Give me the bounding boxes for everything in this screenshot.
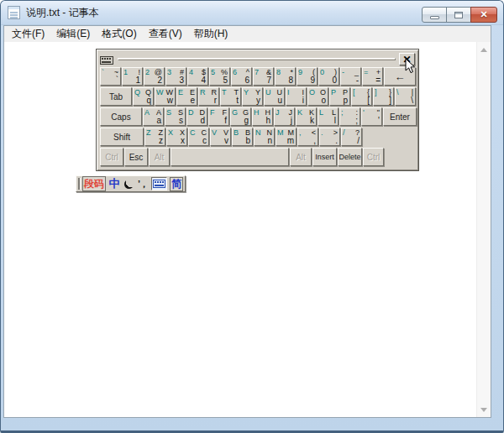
moon-icon: [124, 180, 134, 189]
maximize-icon: [454, 12, 463, 18]
window-title: 说明.txt - 记事本: [26, 1, 99, 24]
up-arrow-icon: [480, 48, 487, 52]
key-g[interactable]: GGg: [230, 107, 251, 126]
key-1[interactable]: 1!1: [122, 67, 143, 86]
minimize-button[interactable]: [422, 7, 447, 23]
key-3[interactable]: 3#3: [165, 67, 186, 86]
ime-width-toggle[interactable]: [123, 177, 134, 190]
key-n[interactable]: NNn: [254, 128, 275, 146]
key-o[interactable]: OOo: [307, 87, 328, 106]
ime-toolbar: 段码 中 ’， 简: [76, 175, 186, 192]
notepad-icon: [8, 6, 20, 19]
key-t[interactable]: TTt: [220, 87, 241, 106]
key-y[interactable]: YYy: [242, 87, 263, 106]
soft-keyboard-titlebar: ✕: [100, 52, 415, 66]
key-ctrl-right[interactable]: Ctrl: [363, 148, 384, 166]
key-r[interactable]: RRr: [198, 87, 219, 106]
keyboard-icon: [100, 55, 114, 65]
key-5[interactable]: 5%5: [209, 67, 230, 86]
key-f[interactable]: FFf: [208, 107, 229, 126]
key-m[interactable]: MMm: [276, 128, 297, 146]
key-lbracket[interactable]: [{[: [351, 87, 372, 106]
ime-punctuation-toggle[interactable]: ’，: [137, 177, 149, 190]
key-j[interactable]: JJj: [274, 107, 295, 126]
key-i[interactable]: IIi: [286, 87, 307, 106]
key-backslash[interactable]: \|\: [395, 87, 416, 106]
key-l[interactable]: LLl: [318, 107, 339, 126]
key-backspace[interactable]: ←: [384, 67, 416, 86]
menu-item-edit[interactable]: 编辑(E): [50, 25, 96, 43]
key-insert[interactable]: Insert: [312, 148, 337, 166]
key-c[interactable]: CCc: [188, 128, 209, 146]
ime-name-badge[interactable]: 段码: [82, 176, 106, 191]
key-minus[interactable]: -_-: [340, 67, 361, 86]
close-button[interactable]: ✕: [470, 7, 497, 23]
ime-simplified-toggle[interactable]: 简: [170, 177, 183, 191]
key-2[interactable]: 2@2: [144, 67, 165, 86]
key-enter[interactable]: Enter: [383, 107, 417, 126]
soft-keyboard-keys: `~`1!12@23#34$45%56^67&78*89(90)0-_-=+=←…: [100, 67, 415, 166]
down-arrow-icon: [480, 408, 487, 412]
key-ctrl-left[interactable]: Ctrl: [100, 148, 123, 166]
notepad-window: 说明.txt - 记事本 ✕ 文件(F)编辑(E)格式(O)查看(V)帮助(H): [0, 0, 504, 433]
key-e[interactable]: EEe: [176, 87, 197, 106]
ime-language-toggle[interactable]: 中: [108, 177, 120, 190]
key-caps[interactable]: Caps: [100, 107, 142, 126]
vertical-scrollbar[interactable]: [476, 42, 491, 417]
key-x[interactable]: XXx: [166, 128, 187, 146]
key-space[interactable]: [171, 148, 289, 166]
key-9[interactable]: 9(9: [297, 67, 318, 86]
key-rbracket[interactable]: ]}]: [373, 87, 394, 106]
soft-keyboard-panel: ✕ `~`1!12@23#34$45%56^67&78*89(90)0-_-=+…: [96, 49, 419, 171]
minimize-icon: [430, 16, 439, 19]
key-slash[interactable]: /?/: [341, 128, 362, 146]
key-quote[interactable]: '"': [361, 107, 382, 126]
key-a[interactable]: AAa: [143, 107, 164, 126]
scroll-down-button[interactable]: [477, 403, 491, 416]
key-v[interactable]: VVv: [210, 128, 231, 146]
scroll-up-button[interactable]: [477, 43, 491, 56]
key-w[interactable]: WWw: [155, 87, 176, 106]
key-h[interactable]: HHh: [252, 107, 273, 126]
menu-item-format[interactable]: 格式(O): [96, 25, 142, 43]
key-8[interactable]: 8*8: [275, 67, 296, 86]
ime-softkeyboard-toggle[interactable]: [151, 177, 167, 190]
soft-keyboard-icon: [153, 180, 165, 188]
menu-item-help[interactable]: 帮助(H): [188, 25, 234, 43]
window-controls: ✕: [423, 7, 497, 23]
key-k[interactable]: KKk: [296, 107, 317, 126]
key-shift[interactable]: Shift: [100, 128, 144, 146]
key-tab[interactable]: Tab: [100, 87, 132, 106]
key-q[interactable]: QQq: [133, 87, 154, 106]
key-0[interactable]: 0)0: [318, 67, 339, 86]
key-4[interactable]: 4$4: [187, 67, 208, 86]
close-icon: ✕: [480, 9, 487, 20]
key-delete[interactable]: Delete: [338, 148, 362, 166]
ime-drag-handle[interactable]: [78, 178, 81, 190]
key-b[interactable]: BBb: [232, 128, 253, 146]
key-7[interactable]: 7&7: [253, 67, 274, 86]
key-z[interactable]: ZZz: [144, 128, 165, 146]
key-d[interactable]: DDd: [186, 107, 207, 126]
key-s[interactable]: SSs: [165, 107, 186, 126]
maximize-button[interactable]: [446, 7, 471, 23]
key-alt-left[interactable]: Alt: [149, 148, 170, 166]
menubar: 文件(F)编辑(E)格式(O)查看(V)帮助(H): [4, 26, 491, 42]
key-period[interactable]: .>.: [319, 128, 340, 146]
keyboard-close-button[interactable]: ✕: [399, 53, 415, 65]
keyboard-drag-handle[interactable]: [118, 58, 396, 60]
menu-item-file[interactable]: 文件(F): [6, 25, 50, 43]
key-semicolon[interactable]: ;:;: [339, 107, 360, 126]
menu-item-view[interactable]: 查看(V): [143, 25, 188, 43]
key-equals[interactable]: =+=: [362, 67, 383, 86]
titlebar[interactable]: 说明.txt - 记事本 ✕: [1, 1, 503, 25]
key-u[interactable]: UUu: [264, 87, 285, 106]
key-comma[interactable]: ,<,: [297, 128, 318, 146]
key-6[interactable]: 6^6: [231, 67, 252, 86]
key-backtick[interactable]: `~`: [100, 67, 121, 86]
key-alt-right[interactable]: Alt: [290, 148, 312, 166]
key-esc[interactable]: Esc: [124, 148, 148, 166]
key-p[interactable]: PPp: [329, 87, 350, 106]
